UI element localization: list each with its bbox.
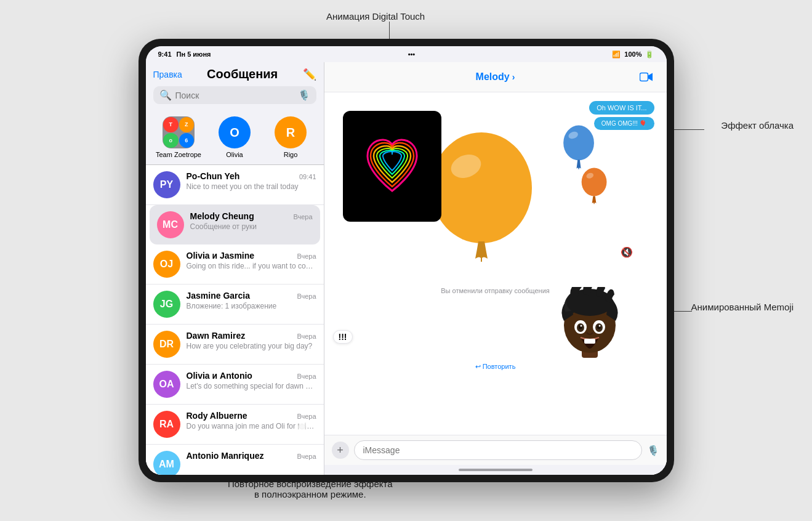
- conv-item-olivia-antonio[interactable]: OA Olivia и Antonio Вчера Let's do somet…: [146, 365, 324, 405]
- conv-avatar-dawn: DR: [153, 331, 180, 358]
- conv-name-row-oj: Olivia и Jasmine Вчера: [187, 251, 316, 260]
- conv-content-dawn: Dawn Ramirez Вчера How are you celebrati…: [187, 331, 316, 358]
- conv-name-antonio: Antonio Manriquez: [187, 451, 264, 461]
- annotation-memoji: Анимированный Memoji: [691, 302, 794, 312]
- chat-input-bar: + 🎙️: [324, 435, 667, 465]
- conv-item-jasmine[interactable]: JG Jasmine Garcia Вчера Вложение: 1 изоб…: [146, 285, 324, 325]
- ipad-screen: 9:41 Пн 5 июня ••• 📶 100% 🔋: [146, 46, 667, 475]
- conv-preview-pochun: Nice to meet you on the trail today: [187, 182, 316, 191]
- conv-time-jasmine: Вчера: [297, 293, 316, 300]
- group-member-3: o: [163, 133, 179, 148]
- conv-preview-dawn: How are you celebrating your big day?: [187, 342, 316, 350]
- more-dots: •••: [408, 50, 416, 58]
- conv-avatar-melody: MC: [157, 211, 184, 238]
- conv-preview-oa: Let's do something special for dawn at t…: [187, 382, 316, 390]
- conv-name-pochun: Po-Chun Yeh: [187, 171, 240, 181]
- conv-content-oj: Olivia и Jasmine Вчера Going on this rid…: [187, 251, 316, 278]
- svg-point-7: [581, 168, 606, 196]
- conv-avatar-oa: OA: [153, 371, 180, 398]
- conv-item-rody[interactable]: RA Rody Albuerne Вчера Do you wanna join…: [146, 405, 324, 445]
- conv-content-melody: Melody Cheung Вчера Сообщение от руки: [190, 211, 313, 238]
- digital-touch-animation: [343, 111, 441, 222]
- status-bar: 9:41 Пн 5 июня ••• 📶 100% 🔋: [146, 46, 667, 62]
- conv-name-row-dawn: Dawn Ramirez Вчера: [187, 331, 316, 341]
- edit-button[interactable]: Правка: [153, 70, 182, 79]
- conv-avatar-pochun: PY: [153, 171, 180, 198]
- conv-item-pochun[interactable]: PY Po-Chun Yeh 09:41 Nice to meet you on…: [146, 165, 324, 205]
- status-right: 📶 100% 🔋: [612, 50, 654, 59]
- group-member-1: T: [163, 117, 179, 132]
- svg-point-20: [598, 325, 600, 327]
- pinned-contact-olivia[interactable]: O Olivia: [210, 116, 259, 158]
- pinned-contact-team[interactable]: T Z o 6 🙂 What a lovely day, sunshine! T…: [154, 116, 203, 158]
- conv-time-oj: Вчера: [297, 252, 316, 260]
- conv-name-dawn: Dawn Ramirez: [187, 331, 246, 341]
- conversation-list: PY Po-Chun Yeh 09:41 Nice to meet you on…: [146, 165, 324, 475]
- conv-name-rody: Rody Albuerne: [187, 411, 247, 421]
- conv-item-dawn[interactable]: DR Dawn Ramirez Вчера How are you celebr…: [146, 325, 324, 365]
- conv-avatar-rody: RA: [153, 411, 180, 438]
- status-left: 9:41 Пн 5 июня: [158, 50, 211, 58]
- conv-content-antonio: Antonio Manriquez Вчера: [187, 451, 316, 475]
- conv-item-melody[interactable]: MC Melody Cheung Вчера Сообщение от руки: [150, 205, 320, 244]
- bubble-msg-2: OMG OMG!!! 🎈: [594, 117, 654, 130]
- rigo-avatar: R: [275, 116, 307, 148]
- conv-avatar-antonio: AM: [153, 451, 180, 475]
- group-member-4: 6: [179, 133, 195, 148]
- sidebar-header: Правка Сообщения ✏️ 🔍 🎙️: [146, 62, 324, 113]
- search-bar[interactable]: 🔍 🎙️: [153, 86, 316, 104]
- sidebar-title-row: Правка Сообщения ✏️: [153, 67, 316, 81]
- exclaim-badge[interactable]: !!!: [333, 330, 353, 344]
- conv-time-antonio: Вчера: [297, 453, 316, 460]
- conv-name-row-oa: Olivia и Antonio Вчера: [187, 371, 316, 381]
- conv-time-melody: Вчера: [293, 213, 312, 220]
- group-member-2: Z: [179, 117, 195, 132]
- svg-rect-21: [584, 339, 595, 344]
- message-input[interactable]: [354, 440, 642, 460]
- pinned-name-olivia: Olivia: [226, 151, 243, 158]
- conv-name-row-rody: Rody Albuerne Вчера: [187, 411, 316, 421]
- video-call-button[interactable]: [637, 67, 656, 87]
- conv-item-antonio[interactable]: AM Antonio Manriquez Вчера: [146, 445, 324, 475]
- status-time: 9:41: [158, 50, 172, 58]
- conv-time-rody: Вчера: [297, 413, 316, 420]
- conv-time-dawn: Вчера: [297, 333, 316, 340]
- compose-button[interactable]: ✏️: [303, 68, 316, 81]
- contact-name-label: Melody: [476, 71, 510, 83]
- conv-preview-jasmine: Вложение: 1 изображение: [187, 302, 316, 310]
- wifi-icon: 📶: [612, 50, 621, 59]
- conv-avatar-oj: OJ: [153, 251, 180, 278]
- conv-time-pochun: 09:41: [299, 173, 316, 180]
- team-avatar: T Z o 6 🙂 What a lovely day, sunshine!: [163, 116, 195, 148]
- battery-label: 100%: [624, 50, 641, 58]
- conv-name-oj: Olivia и Jasmine: [187, 251, 255, 260]
- conv-preview-rody: Do you wanna join me and Oli for 🍽️ brea…: [187, 422, 316, 430]
- home-indicator: [324, 465, 667, 475]
- unread-dot: [245, 143, 251, 148]
- search-input[interactable]: [175, 91, 294, 100]
- conv-name-oa: Olivia и Antonio: [187, 371, 252, 381]
- conv-content-rody: Rody Albuerne Вчера Do you wanna join me…: [187, 411, 316, 438]
- add-button[interactable]: +: [332, 442, 349, 459]
- status-day: Пн 5 июня: [177, 50, 211, 58]
- mic-button[interactable]: 🎙️: [647, 445, 659, 456]
- conv-avatar-jasmine: JG: [153, 291, 180, 318]
- mute-icon: 🔇: [621, 246, 633, 258]
- chevron-icon: ›: [512, 72, 515, 82]
- annotation-digital-touch: Анимация Digital Touch: [326, 11, 425, 22]
- conv-preview-oj: Going on this ride... if you want to com…: [187, 262, 316, 270]
- conv-item-olivia-jasmine[interactable]: OJ Olivia и Jasmine Вчера Going on this …: [146, 244, 324, 285]
- pinned-name-team: Team Zoetrope: [156, 151, 201, 158]
- pinned-contact-rigo[interactable]: R Rigo: [266, 116, 315, 158]
- annotation-bubble: Эффект облачка: [721, 120, 794, 131]
- conv-name-jasmine: Jasmine Garcia: [187, 291, 251, 301]
- sidebar: Правка Сообщения ✏️ 🔍 🎙️: [146, 62, 324, 475]
- svg-point-1: [431, 132, 532, 243]
- memoji-character: [556, 287, 624, 361]
- status-center: •••: [408, 50, 416, 58]
- chat-contact-name[interactable]: Melody ›: [476, 71, 515, 83]
- svg-point-19: [580, 325, 582, 327]
- mic-icon: 🎙️: [298, 89, 310, 101]
- conv-name-row-pochun: Po-Chun Yeh 09:41: [187, 171, 316, 181]
- battery-icon: 🔋: [645, 50, 654, 59]
